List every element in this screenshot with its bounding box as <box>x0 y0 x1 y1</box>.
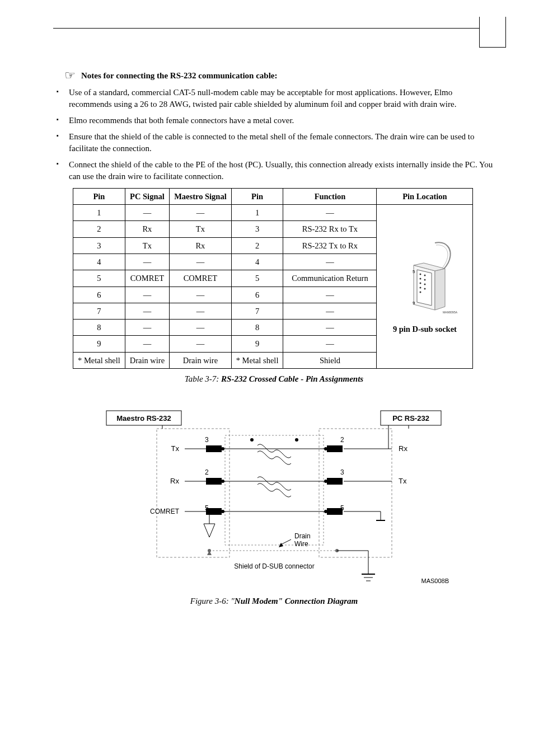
cell: Rx <box>170 237 232 253</box>
cell: 3 <box>73 237 125 253</box>
cell: 1 <box>73 205 125 221</box>
cell: Tx <box>170 221 232 237</box>
cell: 7 <box>73 303 125 319</box>
horizontal-rule <box>53 28 495 29</box>
cell: Tx <box>125 237 169 253</box>
svg-point-7 <box>424 279 425 280</box>
svg-text:Wire: Wire <box>294 540 308 548</box>
svg-point-4 <box>419 273 421 275</box>
svg-rect-49 <box>327 508 343 515</box>
notes-list: Use of a standard, commercial CAT-5 null… <box>53 87 495 182</box>
svg-point-12 <box>419 291 421 293</box>
svg-text:3: 3 <box>340 468 344 476</box>
cell: 9 <box>231 336 283 352</box>
col-header: Function <box>283 188 377 204</box>
svg-text:Tx: Tx <box>399 477 407 485</box>
svg-text:COMRET: COMRET <box>150 508 180 515</box>
cell: — <box>170 253 232 270</box>
caption-title: Null Modem" Connection Diagram <box>235 597 358 605</box>
svg-text:Rx: Rx <box>170 477 179 485</box>
cell: — <box>170 205 232 221</box>
cell: 2 <box>73 221 125 237</box>
cell: COMRET <box>170 270 232 287</box>
col-header: PC Signal <box>125 188 169 204</box>
svg-point-8 <box>419 282 421 284</box>
figure-caption: Figure 3-6: "Null Modem" Connection Diag… <box>53 595 495 607</box>
cell: 6 <box>231 287 283 303</box>
cell: 4 <box>73 253 125 270</box>
list-text: Use of a standard, commercial CAT-5 null… <box>69 88 456 109</box>
svg-text:Rx: Rx <box>399 444 407 453</box>
svg-text:Maestro RS-232: Maestro RS-232 <box>116 414 171 422</box>
cell: 4 <box>231 253 283 270</box>
cell: Drain wire <box>125 352 169 368</box>
cell: — <box>283 303 377 319</box>
cell: — <box>125 287 169 303</box>
list-item: Ensure that the shield of the cable is c… <box>53 131 495 154</box>
caption-prefix: Figure 3-6: " <box>190 597 235 605</box>
svg-point-57 <box>250 438 254 442</box>
svg-rect-41 <box>206 508 222 515</box>
svg-text:5: 5 <box>413 269 415 274</box>
cell: * Metal shell <box>73 352 125 368</box>
cell: * Metal shell <box>231 352 283 368</box>
cell: RS-232 Tx to Rx <box>283 237 377 253</box>
svg-marker-1 <box>435 269 445 310</box>
svg-text:Shield of D-SUB connector: Shield of D-SUB connector <box>234 562 314 570</box>
cell: Rx <box>125 221 169 237</box>
cell: 8 <box>231 320 283 336</box>
cell: — <box>170 320 232 336</box>
cell: 6 <box>73 287 125 303</box>
svg-text:9: 9 <box>413 300 415 306</box>
cell: Shield <box>283 352 377 368</box>
cell: Communication Return <box>283 270 377 287</box>
svg-point-9 <box>424 283 425 285</box>
cell: 7 <box>231 303 283 319</box>
svg-rect-35 <box>206 445 222 452</box>
cell: — <box>170 287 232 303</box>
svg-marker-59 <box>204 524 215 537</box>
svg-text:Drain: Drain <box>294 532 311 540</box>
cell: Drain wire <box>170 352 232 368</box>
col-header: Pin Location <box>377 188 473 204</box>
svg-text:MAS008B: MAS008B <box>421 577 449 584</box>
connection-diagram: Maestro RS-232 PC RS-232 Tx Rx COMRET Rx… <box>53 401 495 591</box>
pin-location-cell: 5 9 MAM0095A 9 pin D-sub socket <box>377 205 473 369</box>
table-caption: Table 3-7: RS-232 Crossed Cable - Pin As… <box>53 373 495 385</box>
list-item: Connect the shield of the cable to the P… <box>53 159 495 182</box>
cell: — <box>170 303 232 319</box>
cell: — <box>283 253 377 270</box>
header-rule <box>53 28 495 50</box>
cell: 3 <box>231 221 283 237</box>
notes-header: ☜ Notes for connecting the RS-232 commun… <box>64 67 495 84</box>
svg-point-5 <box>424 274 425 276</box>
cell: COMRET <box>125 270 169 287</box>
list-item: Elmo recommends that both female connect… <box>53 115 495 126</box>
cell: — <box>125 253 169 270</box>
cell: — <box>125 303 169 319</box>
cell: — <box>125 320 169 336</box>
cell: — <box>283 205 377 221</box>
notes-title: Notes for connecting the RS-232 communic… <box>81 70 278 82</box>
svg-point-58 <box>295 438 298 442</box>
cell: 9 <box>73 336 125 352</box>
page-tab-box <box>479 17 506 48</box>
cell: 5 <box>73 270 125 287</box>
svg-rect-38 <box>206 478 222 485</box>
svg-marker-64 <box>207 551 212 555</box>
svg-rect-43 <box>327 445 343 452</box>
cell: — <box>283 287 377 303</box>
cell: — <box>125 336 169 352</box>
pin-location-caption: 9 pin D-sub socket <box>393 323 457 335</box>
list-item: Use of a standard, commercial CAT-5 null… <box>53 87 495 110</box>
svg-text:MAM0095A: MAM0095A <box>443 311 458 314</box>
list-text: Elmo recommends that both female connect… <box>69 116 294 125</box>
list-text: Connect the shield of the cable to the P… <box>69 160 493 181</box>
cell: 5 <box>231 270 283 287</box>
col-header: Pin <box>231 188 283 204</box>
pin-assignment-table: Pin PC Signal Maestro Signal Pin Functio… <box>73 188 473 369</box>
hand-point-icon: ☜ <box>64 67 76 84</box>
cell: — <box>283 320 377 336</box>
svg-text:2: 2 <box>340 436 344 444</box>
svg-text:2: 2 <box>205 468 209 476</box>
